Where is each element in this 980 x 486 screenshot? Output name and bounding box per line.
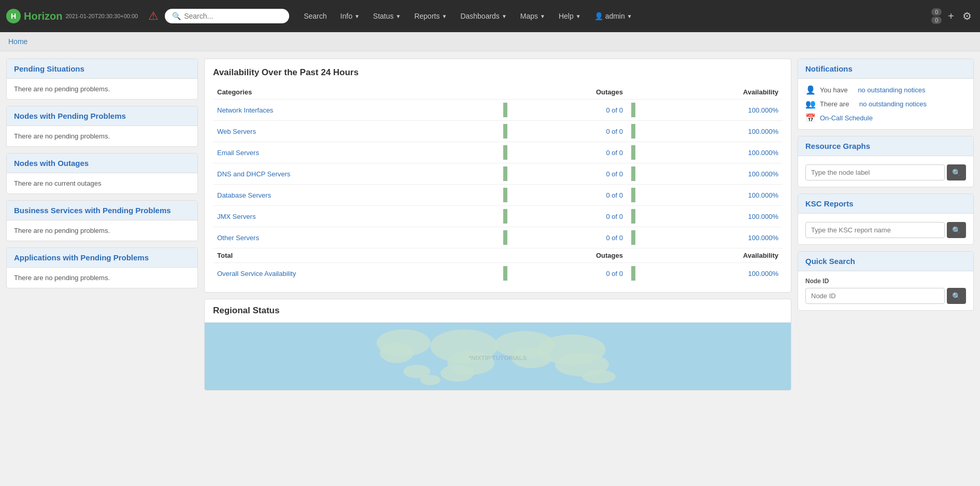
nav-maps[interactable]: Maps ▼	[514, 8, 551, 24]
main-container: Pending Situations There are no pending …	[0, 51, 980, 398]
center-content: Availability Over the Past 24 Hours Cate…	[204, 59, 791, 391]
svg-point-10	[582, 370, 616, 383]
ksc-reports-body: 🔍	[798, 214, 973, 244]
info-caret: ▼	[354, 13, 360, 19]
avail-bar-right	[631, 145, 635, 160]
notifications-title: Notifications	[805, 64, 853, 73]
overall-service-link[interactable]: Overall Service Availability	[217, 270, 296, 277]
avail-outages: 0 of 0	[512, 185, 627, 206]
ksc-reports-input[interactable]	[805, 222, 945, 238]
avail-bar-right	[631, 209, 635, 224]
avail-availability: 100.000%	[640, 163, 783, 185]
panel-body-business-services: There are no pending problems.	[7, 220, 197, 241]
avail-availability: 100.000%	[640, 227, 783, 248]
avail-category-link[interactable]: Web Servers	[217, 128, 256, 135]
avail-availability: 100.000%	[640, 185, 783, 206]
nav-search[interactable]: Search	[297, 8, 333, 24]
avail-bar	[503, 124, 507, 138]
col-outages-total: Outages	[512, 248, 627, 263]
breadcrumb-home[interactable]: Home	[8, 37, 27, 46]
add-button[interactable]: +	[946, 8, 956, 24]
brand: H Horizon 2021-01-20T20:30:30+00:00	[6, 9, 138, 23]
panel-title-business-services: Business Services with Pending Problems	[14, 206, 171, 215]
brand-icon: H	[6, 9, 21, 23]
notifications-body: 👤 You have no outstanding notices 👥 Ther…	[798, 79, 973, 129]
avail-category-link[interactable]: Email Servers	[217, 149, 259, 157]
admin-user-icon: 👤	[594, 12, 603, 20]
avail-bar	[503, 103, 507, 117]
notif-link-2[interactable]: On-Call Schedule	[820, 114, 873, 122]
settings-button[interactable]: ⚙	[960, 8, 974, 24]
notif-link-0[interactable]: no outstanding notices	[858, 86, 925, 94]
brand-name[interactable]: Horizon	[24, 10, 62, 22]
avail-bar	[503, 230, 507, 245]
panel-header-nodes-pending: Nodes with Pending Problems	[7, 106, 197, 126]
nav-status[interactable]: Status ▼	[367, 8, 407, 24]
panel-nodes-pending: Nodes with Pending Problems There are no…	[6, 106, 198, 147]
admin-caret: ▼	[627, 13, 632, 19]
notif-link-1[interactable]: no outstanding notices	[859, 100, 927, 108]
availability-title: Availability Over the Past 24 Hours	[213, 67, 783, 78]
global-search-input[interactable]	[184, 12, 282, 20]
avail-row: Email Servers 0 of 0 100.000%	[213, 142, 783, 163]
avail-bar	[503, 209, 507, 224]
breadcrumb: Home	[0, 32, 980, 51]
node-id-search-group: 🔍	[805, 288, 966, 304]
avail-category-link[interactable]: Network Interfaces	[217, 106, 273, 114]
nav-info[interactable]: Info ▼	[334, 8, 366, 24]
search-bar-icon: 🔍	[172, 12, 181, 20]
nav-dashboards[interactable]: Dashboards ▼	[454, 8, 513, 24]
total-label: Total	[213, 248, 499, 263]
col-availability: Availability	[640, 85, 783, 100]
avail-category-link[interactable]: JMX Servers	[217, 213, 255, 220]
col-categories: Categories	[213, 85, 499, 100]
node-id-input[interactable]	[805, 288, 945, 304]
overall-outages: 0 of 0	[512, 263, 627, 284]
avail-bar-right	[631, 166, 635, 181]
resource-graphs-title: Resource Graphs	[805, 142, 870, 150]
brand-timestamp: 2021-01-20T20:30:30+00:00	[65, 12, 138, 20]
avail-bar-right	[631, 124, 635, 138]
avail-bar-right	[631, 188, 635, 202]
alert-icon: ⚠	[148, 9, 159, 23]
panel-title-nodes-pending: Nodes with Pending Problems	[14, 112, 126, 120]
left-sidebar: Pending Situations There are no pending …	[6, 59, 198, 288]
avail-category-link[interactable]: Database Servers	[217, 191, 271, 199]
brand-initial: H	[11, 12, 16, 20]
regional-panel: Regional Status	[204, 299, 791, 391]
col-outages: Outages	[512, 85, 627, 100]
avail-category-link[interactable]: DNS and DHCP Servers	[217, 170, 290, 178]
nav-admin[interactable]: 👤 admin ▼	[588, 8, 638, 24]
quick-search-title: Quick Search	[805, 257, 855, 266]
help-caret: ▼	[576, 13, 581, 19]
panel-header-applications-pending: Applications with Pending Problems	[7, 248, 197, 268]
ksc-reports-search-group: 🔍	[805, 222, 966, 238]
avail-category-link[interactable]: Other Servers	[217, 234, 259, 242]
panel-title-nodes-outages: Nodes with Outages	[14, 159, 89, 168]
badge-container: 0 0	[931, 8, 942, 24]
ksc-reports-search-button[interactable]: 🔍	[947, 222, 966, 238]
map-svg: *NIXTIP TUTORIALS	[205, 323, 791, 390]
svg-text:*NIXTIP TUTORIALS: *NIXTIP TUTORIALS	[469, 354, 527, 361]
nav-links: Search Info ▼ Status ▼ Reports ▼ Dashboa…	[297, 8, 927, 24]
avail-bar	[503, 145, 507, 160]
nav-reports[interactable]: Reports ▼	[408, 8, 453, 24]
notif-item-2: 📅 On-Call Schedule	[805, 113, 966, 123]
svg-point-12	[420, 375, 441, 385]
node-id-search-button[interactable]: 🔍	[947, 288, 966, 304]
badge-top: 0	[931, 8, 942, 16]
availability-table: Categories Outages Availability Network …	[213, 85, 783, 284]
resource-graphs-body: 🔍	[798, 156, 973, 187]
nav-help[interactable]: Help ▼	[552, 8, 587, 24]
col-divider-total	[627, 248, 640, 263]
svg-point-5	[441, 365, 474, 382]
panel-applications-pending: Applications with Pending Problems There…	[6, 247, 198, 288]
avail-outages: 0 of 0	[512, 227, 627, 248]
resource-graphs-search-button[interactable]: 🔍	[947, 164, 966, 180]
panel-body-nodes-pending: There are no pending problems.	[7, 126, 197, 146]
person-icon: 👤	[805, 85, 816, 95]
resource-graphs-header: Resource Graphs	[798, 136, 973, 156]
resource-graphs-input[interactable]	[805, 164, 945, 180]
panel-header-pending-situations: Pending Situations	[7, 59, 197, 79]
resource-graphs-search-group: 🔍	[805, 164, 966, 180]
